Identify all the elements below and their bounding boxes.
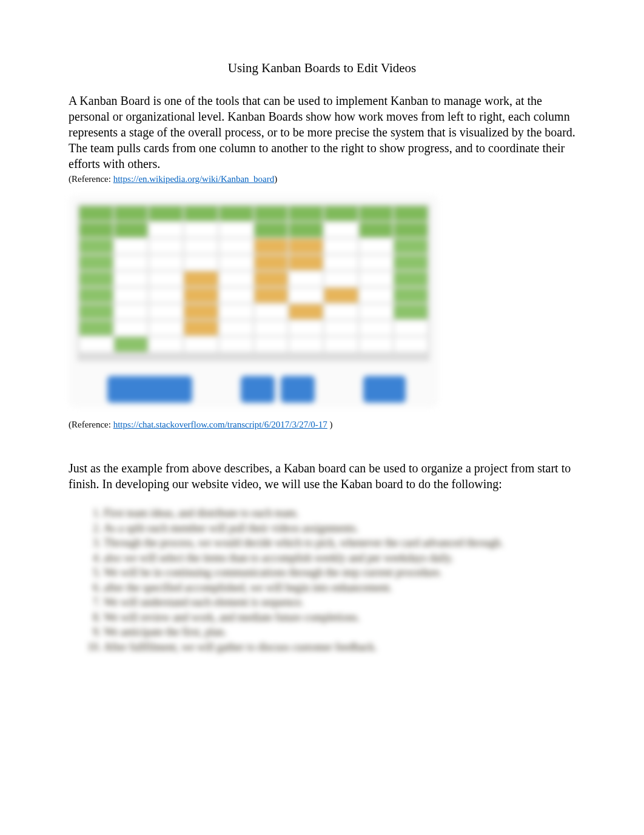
reference-2-close: ) <box>327 420 333 429</box>
list-item: As a split each member will pull their v… <box>104 521 575 535</box>
steps-list: First team ideas, and distribute to each… <box>87 506 575 654</box>
reference-2-label: (Reference: <box>69 420 113 429</box>
steps-list-wrapper: First team ideas, and distribute to each… <box>69 506 575 654</box>
list-item: We will review and work, and mediate fut… <box>104 611 575 625</box>
kanban-bucket <box>241 376 275 403</box>
reference-1-label: (Reference: <box>69 174 113 184</box>
reference-2: (Reference: https://chat.stackoverflow.c… <box>69 420 575 430</box>
list-item: First team ideas, and distribute to each… <box>104 506 575 520</box>
reference-2-link[interactable]: https://chat.stackoverflow.com/transcrip… <box>113 420 327 429</box>
list-item: After fullfilment, we will gather to dis… <box>104 640 575 654</box>
kanban-bucket <box>107 376 192 403</box>
page-title: Using Kanban Boards to Edit Videos <box>69 61 575 76</box>
reference-1-link[interactable]: https://en.wikipedia.org/wiki/Kanban_boa… <box>113 174 275 184</box>
intro-paragraph: A Kanban Board is one of the tools that … <box>69 93 575 172</box>
list-item: after the specified accomplished, we wil… <box>104 581 575 595</box>
kanban-bucket <box>363 376 406 403</box>
body-paragraph-2: Just as the example from above describes… <box>69 460 575 492</box>
reference-1: (Reference: https://en.wikipedia.org/wik… <box>69 174 575 184</box>
list-item: We will understand each element is seque… <box>104 595 575 609</box>
list-item: We will be in continuing communications … <box>104 566 575 580</box>
list-item: also we will select the items than to ac… <box>104 551 575 565</box>
kanban-bucket <box>281 376 315 403</box>
list-item: We anticipate the first, plan. <box>104 625 575 639</box>
reference-1-close: ) <box>274 174 277 184</box>
kanban-board-image <box>69 195 438 407</box>
list-item: Through the process, we would decide whi… <box>104 536 575 550</box>
